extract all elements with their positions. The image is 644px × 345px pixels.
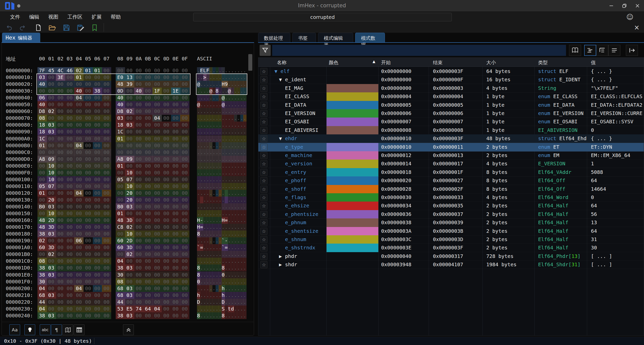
ascii-cell[interactable]: . — [231, 292, 234, 299]
byte-cell[interactable]: 00 — [162, 231, 171, 237]
ascii-cell[interactable]: . — [197, 108, 200, 115]
open-folder-icon[interactable] — [48, 23, 57, 32]
ascii-cell[interactable]: . — [228, 163, 231, 169]
ascii-cell[interactable]: . — [212, 224, 216, 231]
byte-cell[interactable]: 68 — [116, 292, 125, 299]
favorite-star-icon[interactable]: ☆ — [260, 169, 267, 176]
byte-cell[interactable]: 00 — [65, 272, 74, 278]
favorite-star-icon[interactable]: ☆ — [260, 144, 267, 151]
byte-cell[interactable]: 40 — [116, 101, 125, 108]
tree-list-icon[interactable] — [584, 45, 596, 56]
byte-cell[interactable]: 00 — [143, 94, 153, 101]
byte-cell[interactable]: 00 — [65, 142, 74, 149]
byte-cell[interactable]: 00 — [143, 272, 153, 278]
ascii-cell[interactable]: . — [237, 224, 240, 231]
pattern-color-swatch[interactable] — [327, 168, 378, 177]
pattern-color-swatch[interactable] — [327, 185, 378, 194]
byte-cell[interactable]: 00 — [134, 278, 143, 285]
ascii-cell[interactable]: F — [206, 67, 210, 74]
ascii-cell[interactable]: . — [216, 67, 219, 74]
byte-cell[interactable]: 00 — [56, 142, 65, 149]
table-row-EI_OSABI[interactable]: ☆EI_OSABI0x000000070x000000071 byteenumE… — [258, 118, 644, 126]
ascii-cell[interactable]: . — [243, 169, 247, 176]
ascii-cell[interactable]: . — [222, 163, 225, 169]
byte-cell[interactable]: 00 — [84, 285, 93, 292]
byte-cell[interactable]: 00 — [171, 74, 180, 81]
ascii-cell[interactable]: . — [203, 156, 207, 163]
ascii-cell[interactable]: . — [206, 74, 210, 81]
ascii-cell[interactable]: . — [237, 176, 240, 183]
byte-cell[interactable]: 00 — [134, 74, 143, 81]
table-row-EI_MAG[interactable]: ☆EI_MAG0x000000000x000000034 bytesString… — [258, 84, 644, 93]
ascii-cell[interactable]: . — [225, 231, 228, 237]
ascii-cell[interactable]: . — [200, 122, 203, 128]
byte-cell[interactable]: 00 — [65, 135, 74, 142]
byte-cell[interactable]: 01 — [116, 135, 125, 142]
ascii-cell[interactable]: . — [212, 163, 216, 169]
ascii-cell[interactable]: . — [240, 210, 244, 217]
byte-cell[interactable]: 00 — [134, 142, 143, 149]
ascii-cell[interactable]: . — [203, 122, 207, 128]
byte-cell[interactable]: 00 — [152, 108, 162, 115]
ascii-cell[interactable]: . — [219, 128, 222, 135]
byte-cell[interactable]: 00 — [180, 156, 189, 163]
byte-cell[interactable]: 00 — [134, 264, 143, 271]
ascii-cell[interactable]: . — [203, 81, 207, 88]
byte-cell[interactable]: 00 — [134, 272, 143, 278]
byte-cell[interactable]: 48 — [116, 217, 125, 224]
ascii-cell[interactable]: . — [197, 122, 200, 128]
ascii-cell[interactable]: . — [234, 190, 237, 197]
ascii-cell[interactable]: . — [203, 149, 207, 156]
ascii-cell[interactable]: . — [200, 81, 203, 88]
byte-cell[interactable]: 00 — [171, 312, 180, 319]
byte-cell[interactable]: 03 — [125, 312, 134, 319]
ascii-cell[interactable]: . — [228, 135, 231, 142]
byte-cell[interactable]: 00 — [162, 156, 171, 163]
byte-cell[interactable]: 01 — [93, 67, 102, 74]
ascii-cell[interactable]: . — [216, 305, 219, 312]
byte-cell[interactable]: 3D — [47, 244, 56, 251]
ascii-cell[interactable]: t — [228, 305, 231, 312]
ascii-cell[interactable]: . — [206, 169, 210, 176]
ascii-cell[interactable]: . — [206, 88, 210, 94]
byte-cell[interactable]: 00 — [143, 251, 153, 258]
menu-extensions[interactable]: 扩展 — [92, 14, 102, 20]
ascii-cell[interactable]: . — [209, 163, 213, 169]
ascii-cell[interactable]: . — [209, 183, 213, 190]
ascii-cell[interactable]: . — [240, 292, 244, 299]
ascii-cell[interactable]: . — [209, 122, 213, 128]
favorite-star-icon[interactable]: ☆ — [260, 93, 267, 100]
byte-cell[interactable]: 00 — [180, 190, 189, 197]
ascii-cell[interactable]: . — [222, 258, 225, 264]
byte-cell[interactable]: 03 — [37, 74, 47, 81]
byte-cell[interactable]: 00 — [74, 231, 84, 237]
ascii-cell[interactable]: . — [197, 258, 200, 264]
byte-cell[interactable]: 00 — [84, 251, 93, 258]
byte-cell[interactable]: 68 — [116, 285, 125, 292]
ascii-cell[interactable]: . — [234, 142, 237, 149]
ascii-cell[interactable]: . — [231, 217, 234, 224]
byte-cell[interactable]: 38 — [37, 272, 47, 278]
ascii-cell[interactable]: . — [203, 176, 207, 183]
byte-cell[interactable]: 00 — [102, 305, 111, 312]
ascii-cell[interactable]: . — [225, 224, 228, 231]
pattern-color-swatch[interactable] — [327, 151, 378, 160]
ascii-cell[interactable]: . — [206, 237, 210, 244]
ascii-cell[interactable]: . — [200, 190, 203, 197]
byte-cell[interactable]: 00 — [180, 285, 189, 292]
byte-cell[interactable]: 00 — [162, 128, 171, 135]
ascii-cell[interactable]: . — [225, 176, 228, 183]
byte-cell[interactable]: 03 — [47, 272, 56, 278]
ascii-cell[interactable]: . — [216, 128, 219, 135]
byte-cell[interactable]: 00 — [116, 142, 125, 149]
ascii-cell[interactable]: . — [237, 163, 240, 169]
ascii-cell[interactable]: . — [225, 299, 228, 305]
ascii-cell[interactable]: . — [231, 197, 234, 203]
byte-cell[interactable]: 00 — [102, 210, 111, 217]
ascii-cell[interactable]: . — [203, 169, 207, 176]
byte-cell[interactable]: 00 — [171, 122, 180, 128]
ascii-cell[interactable]: . — [231, 278, 234, 285]
byte-cell[interactable]: 00 — [93, 183, 102, 190]
byte-cell[interactable]: 00 — [93, 251, 102, 258]
ascii-cell[interactable]: . — [237, 210, 240, 217]
